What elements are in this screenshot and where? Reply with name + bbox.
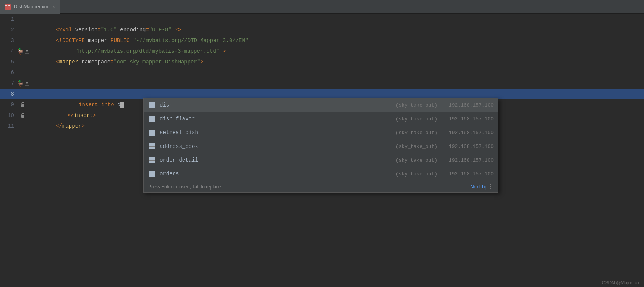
attribution-text: CSDN @Major_xx bbox=[602, 280, 639, 285]
item-name-1: dish_flavor bbox=[160, 116, 393, 122]
gutter-10 bbox=[17, 110, 29, 121]
gutter-9 bbox=[17, 99, 29, 110]
line-row-4: 4 🦆 ▼ <mapper namespace="com.sky.mapper.… bbox=[0, 46, 644, 57]
line-number-9: 9 bbox=[0, 99, 17, 110]
line-number-10: 10 bbox=[0, 110, 17, 121]
gutter-1 bbox=[17, 14, 29, 24]
gutter-7: 🦆 ▼ bbox=[17, 78, 29, 89]
autocomplete-item-2[interactable]: setmeal_dish (sky_take_out) 192.168.157.… bbox=[144, 126, 498, 139]
footer-tip-text: Press Enter to insert, Tab to replace bbox=[148, 184, 471, 190]
table-icon-3 bbox=[148, 143, 156, 150]
item-schema-2: (sky_take_out) bbox=[396, 130, 437, 136]
gutter-4: 🦆 ▼ bbox=[17, 46, 29, 57]
editor: 1 <?xml version="1.0" encoding="UTF-8" ?… bbox=[0, 14, 644, 287]
line-number-4: 4 bbox=[0, 46, 17, 57]
line-number-5: 5 bbox=[0, 57, 17, 67]
item-name-0: dish bbox=[160, 102, 393, 108]
autocomplete-footer: Press Enter to insert, Tab to replace Ne… bbox=[144, 181, 498, 192]
lock-icon-10 bbox=[20, 113, 26, 118]
line-number-6: 6 bbox=[0, 67, 17, 78]
next-tip-button[interactable]: Next Tip bbox=[471, 184, 487, 190]
item-name-5: orders bbox=[160, 171, 393, 177]
autocomplete-item-1[interactable]: dish_flavor (sky_take_out) 192.168.157.1… bbox=[144, 112, 498, 126]
gutter-2 bbox=[17, 24, 29, 35]
line-number-3: 3 bbox=[0, 35, 17, 46]
line-number-7: 7 bbox=[0, 78, 17, 89]
code-line-2[interactable]: <!DOCTYPE mapper PUBLIC "-//mybatis.org/… bbox=[29, 24, 644, 35]
line-number-11: 11 bbox=[0, 121, 17, 131]
tab-close-button[interactable]: × bbox=[52, 5, 55, 9]
code-line-7[interactable]: <insert id="insert"> bbox=[29, 78, 644, 89]
table-icon-4 bbox=[148, 156, 156, 164]
code-line-5[interactable] bbox=[29, 57, 644, 67]
item-server-3: 192.168.157.100 bbox=[449, 144, 494, 149]
item-server-2: 192.168.157.100 bbox=[449, 130, 494, 136]
duck-icon-4: 🦆 bbox=[17, 48, 24, 55]
code-line-3[interactable]: "http://mybatis.org/dtd/mybatis-3-mapper… bbox=[29, 35, 644, 46]
line-row-7: 7 🦆 ▼ <insert id="insert"> bbox=[0, 78, 644, 89]
item-schema-0: (sky_take_out) bbox=[396, 102, 437, 108]
svg-rect-1 bbox=[21, 115, 24, 118]
gutter-5 bbox=[17, 57, 29, 67]
gutter-3 bbox=[17, 35, 29, 46]
item-schema-5: (sky_take_out) bbox=[396, 171, 437, 177]
item-server-4: 192.168.157.100 bbox=[449, 157, 494, 163]
line-number-2: 2 bbox=[0, 24, 17, 35]
code-line-4[interactable]: <mapper namespace="com.sky.mapper.DishMa… bbox=[29, 46, 644, 57]
bottom-bar: CSDN @Major_xx bbox=[597, 279, 644, 287]
item-schema-4: (sky_take_out) bbox=[396, 157, 437, 163]
item-server-0: 192.168.157.100 bbox=[449, 102, 494, 108]
code-line-6[interactable] bbox=[29, 67, 644, 78]
lock-icon-9 bbox=[20, 102, 26, 107]
autocomplete-item-3[interactable]: address_book (sky_take_out) 192.168.157.… bbox=[144, 139, 498, 153]
item-schema-3: (sky_take_out) bbox=[396, 144, 437, 149]
item-name-3: address_book bbox=[160, 143, 393, 149]
item-schema-1: (sky_take_out) bbox=[396, 116, 437, 122]
autocomplete-item-0[interactable]: dish (sky_take_out) 192.168.157.100 bbox=[144, 98, 498, 112]
gutter-8 bbox=[17, 89, 29, 99]
gutter-11 bbox=[17, 121, 29, 131]
xml-file-icon bbox=[5, 4, 11, 10]
table-icon-0 bbox=[148, 101, 156, 109]
item-name-2: setmeal_dish bbox=[160, 130, 393, 136]
autocomplete-item-5[interactable]: orders (sky_take_out) 192.168.157.100 bbox=[144, 167, 498, 181]
line-number-1: 1 bbox=[0, 14, 17, 24]
item-server-1: 192.168.157.100 bbox=[449, 116, 494, 122]
table-icon-1 bbox=[148, 115, 156, 123]
item-server-5: 192.168.157.100 bbox=[449, 171, 494, 177]
tab-filename: DishMapper.xml bbox=[14, 4, 49, 10]
autocomplete-dropdown: dish (sky_take_out) 192.168.157.100 dish… bbox=[143, 98, 498, 193]
settings-icon[interactable]: ⋮ bbox=[487, 183, 494, 190]
tab-dishmapper[interactable]: DishMapper.xml × bbox=[0, 0, 60, 14]
duck-icon-7: 🦆 bbox=[17, 80, 24, 87]
line-row-1: 1 <?xml version="1.0" encoding="UTF-8" ?… bbox=[0, 14, 644, 24]
tab-bar: DishMapper.xml × bbox=[0, 0, 644, 14]
table-icon-5 bbox=[148, 170, 156, 178]
code-line-1[interactable]: <?xml version="1.0" encoding="UTF-8" ?> bbox=[29, 14, 644, 24]
line-row-2: 2 <!DOCTYPE mapper PUBLIC "-//mybatis.or… bbox=[0, 24, 644, 35]
line-row-6: 6 bbox=[0, 67, 644, 78]
svg-rect-0 bbox=[21, 104, 24, 107]
line-row-5: 5 bbox=[0, 57, 644, 67]
gutter-6 bbox=[17, 67, 29, 78]
autocomplete-item-4[interactable]: order_detail (sky_take_out) 192.168.157.… bbox=[144, 153, 498, 167]
line-row-3: 3 "http://mybatis.org/dtd/mybatis-3-mapp… bbox=[0, 35, 644, 46]
line-number-8: 8 bbox=[0, 89, 17, 99]
item-name-4: order_detail bbox=[160, 157, 393, 163]
table-icon-2 bbox=[148, 129, 156, 136]
